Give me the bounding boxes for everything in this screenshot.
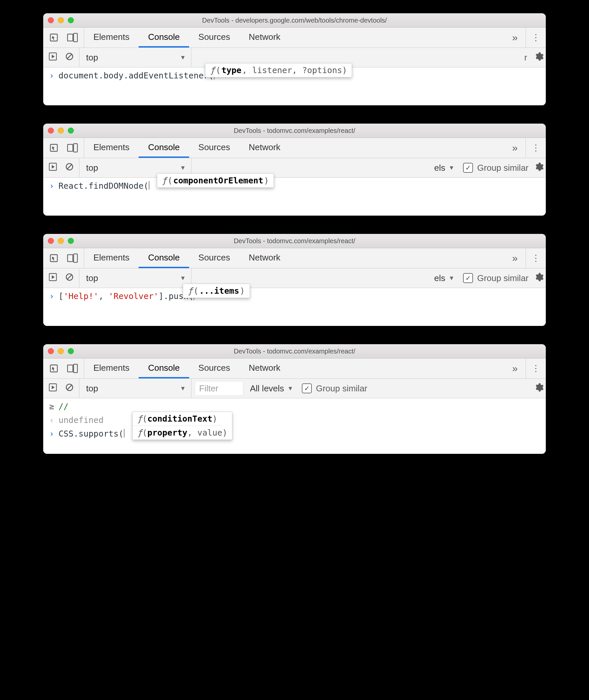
close-window-button[interactable] — [48, 17, 54, 23]
toggle-device-icon[interactable] — [67, 254, 78, 263]
console-body[interactable]: › React.findDOMNode( — [43, 178, 546, 216]
checkbox-icon: ✓ — [463, 163, 473, 173]
tab-network[interactable]: Network — [239, 138, 289, 158]
checkbox-icon: ✓ — [302, 383, 312, 393]
inspect-element-icon[interactable] — [49, 254, 58, 263]
tab-network[interactable]: Network — [239, 28, 289, 47]
toggle-device-icon[interactable] — [67, 364, 78, 373]
more-tabs-button[interactable]: » — [504, 138, 526, 158]
zoom-window-button[interactable] — [68, 127, 74, 133]
svg-rect-13 — [67, 255, 73, 262]
devtools-menu-button[interactable]: ⋮ — [526, 248, 546, 268]
minimize-window-button[interactable] — [58, 127, 64, 133]
console-body[interactable]: › ['Help!', 'Revolver'].push( — [43, 288, 546, 326]
console-filter-input[interactable]: Filter — [195, 381, 243, 396]
console-line[interactable]: › ['Help!', 'Revolver'].push( — [43, 289, 546, 303]
tab-sources[interactable]: Sources — [189, 248, 239, 268]
macos-titlebar: DevTools - todomvc.com/examples/react/ — [43, 344, 546, 358]
console-code[interactable]: undefined — [58, 415, 104, 425]
devtools-menu-button[interactable]: ⋮ — [526, 138, 546, 158]
chevron-down-icon: ▼ — [180, 275, 186, 282]
zoom-window-button[interactable] — [68, 238, 74, 244]
group-similar-checkbox[interactable]: ✓ Group similar — [458, 273, 529, 283]
log-levels-dropdown[interactable]: els ▼ — [431, 163, 458, 173]
tab-console[interactable]: Console — [139, 358, 189, 378]
clear-console-icon[interactable] — [65, 383, 74, 394]
minimize-window-button[interactable] — [58, 238, 64, 244]
clear-console-icon[interactable] — [65, 273, 74, 284]
minimize-window-button[interactable] — [58, 17, 64, 23]
inspect-element-icon[interactable] — [49, 143, 58, 152]
inspect-element-icon[interactable] — [49, 364, 58, 373]
svg-line-5 — [67, 54, 72, 58]
signature-hint-popup: ƒ(conditionText)ƒ(property, value) — [132, 412, 232, 440]
console-line[interactable]: › React.findDOMNode( — [43, 179, 546, 193]
toggle-device-icon[interactable] — [67, 143, 78, 152]
toggle-console-sidebar-icon[interactable] — [48, 162, 57, 173]
close-window-button[interactable] — [48, 238, 54, 244]
inspect-element-icon[interactable] — [49, 33, 58, 42]
svg-rect-7 — [67, 144, 73, 151]
toggle-device-icon[interactable] — [67, 33, 78, 42]
console-settings-icon[interactable] — [529, 51, 546, 64]
console-code[interactable]: document.body.addEventListener( — [58, 71, 214, 80]
text-cursor — [149, 181, 149, 190]
window-title: DevTools - todomvc.com/examples/react/ — [234, 127, 355, 134]
tab-elements[interactable]: Elements — [84, 248, 139, 268]
console-line[interactable]: ‹ undefined — [43, 413, 546, 427]
tab-console[interactable]: Console — [139, 138, 189, 158]
chevron-down-icon: ▼ — [180, 164, 186, 171]
tab-console[interactable]: Console — [139, 248, 189, 268]
clear-console-icon[interactable] — [65, 52, 74, 63]
tab-sources[interactable]: Sources — [189, 358, 239, 378]
console-settings-icon[interactable] — [529, 382, 546, 395]
console-prompt-icon: › — [49, 71, 54, 80]
console-line[interactable]: › CSS.supports( — [43, 427, 546, 440]
signature-segment: ( — [142, 414, 147, 424]
tab-network[interactable]: Network — [239, 248, 289, 268]
toggle-console-sidebar-icon[interactable] — [48, 52, 57, 63]
console-code[interactable]: CSS.supports( — [58, 429, 124, 438]
console-settings-icon[interactable] — [529, 272, 546, 284]
tab-sources[interactable]: Sources — [189, 138, 239, 158]
tab-elements[interactable]: Elements — [84, 28, 139, 47]
log-levels-dropdown[interactable]: All levels ▼ — [247, 383, 297, 394]
console-line[interactable]: ≥ // — [43, 400, 546, 413]
signature-segment: ( — [168, 176, 173, 186]
close-window-button[interactable] — [48, 127, 54, 133]
toggle-console-sidebar-icon[interactable] — [48, 273, 57, 284]
console-prompt-icon: › — [49, 291, 54, 301]
toggle-console-sidebar-icon[interactable] — [48, 383, 57, 394]
devtools-menu-button[interactable]: ⋮ — [526, 28, 546, 47]
svg-rect-8 — [73, 143, 77, 152]
tab-elements[interactable]: Elements — [84, 358, 139, 378]
log-levels-dropdown[interactable]: els ▼ — [431, 273, 458, 283]
console-prompt-icon: › — [49, 181, 54, 191]
more-tabs-button[interactable]: » — [504, 28, 526, 47]
tab-sources[interactable]: Sources — [189, 28, 239, 47]
zoom-window-button[interactable] — [68, 17, 74, 23]
more-tabs-button[interactable]: » — [504, 248, 526, 268]
clear-console-icon[interactable] — [65, 162, 74, 173]
svg-rect-2 — [73, 33, 77, 41]
devtools-window: DevTools - todomvc.com/examples/react/ E… — [43, 234, 546, 326]
minimize-window-button[interactable] — [58, 348, 64, 354]
close-window-button[interactable] — [48, 348, 54, 354]
log-levels-label: All levels — [250, 383, 284, 394]
console-code[interactable]: // — [58, 402, 68, 411]
group-similar-checkbox[interactable]: ✓ Group similar — [297, 383, 367, 394]
devtools-menu-button[interactable]: ⋮ — [526, 358, 546, 378]
console-settings-icon[interactable] — [529, 162, 546, 174]
console-code[interactable]: React.findDOMNode( — [58, 181, 149, 191]
tab-elements[interactable]: Elements — [84, 138, 139, 158]
zoom-window-button[interactable] — [68, 348, 74, 354]
execution-context-selector[interactable]: top ▼ — [79, 48, 191, 67]
more-tabs-button[interactable]: » — [504, 358, 526, 378]
tab-network[interactable]: Network — [239, 358, 289, 378]
group-similar-checkbox[interactable]: ✓ Group similar — [458, 163, 529, 173]
execution-context-selector[interactable]: top ▼ — [79, 269, 191, 288]
execution-context-selector[interactable]: top ▼ — [79, 379, 191, 398]
console-body[interactable]: ≥ // ‹ undefined › CSS.supports( — [43, 398, 546, 454]
console-code[interactable]: ['Help!', 'Revolver'].push( — [58, 291, 194, 301]
tab-console[interactable]: Console — [139, 28, 189, 47]
